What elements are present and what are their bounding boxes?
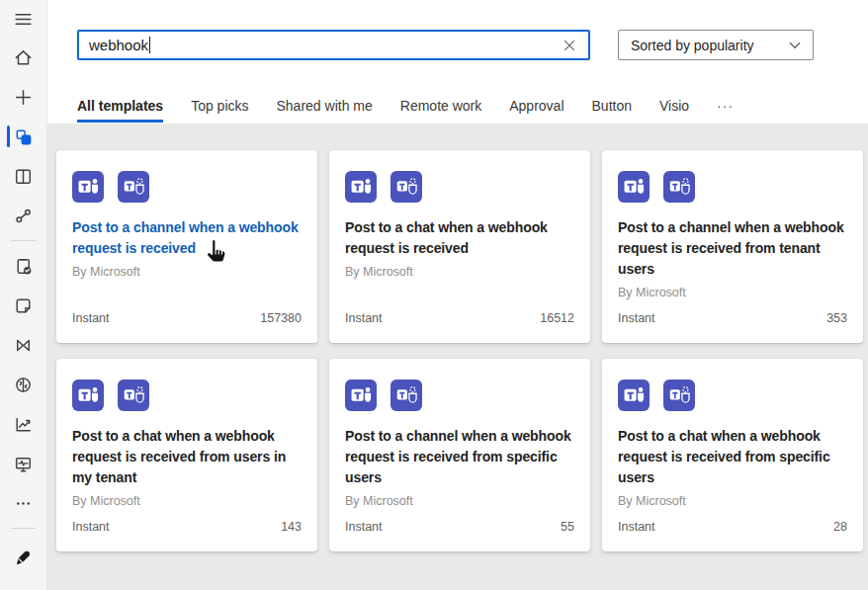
header: webhook Sorted by popularity All templat…: [47, 0, 868, 124]
tab-remote-work[interactable]: Remote work: [400, 98, 481, 123]
tab-all-templates[interactable]: All templates: [77, 98, 163, 123]
main-area: webhook Sorted by popularity All templat…: [47, 0, 868, 590]
card-usage-count: 28: [833, 520, 847, 534]
sidebar-item-plus[interactable]: [0, 77, 47, 117]
teams-person-icon: [118, 379, 149, 411]
card-author: By Microsoft: [618, 494, 847, 508]
tab-visio[interactable]: Visio: [659, 98, 689, 123]
teams-person-icon: [391, 171, 422, 203]
card-footer: Instant 143: [72, 520, 302, 536]
card-trigger-type: Instant: [345, 311, 383, 325]
card-trigger-type: Instant: [618, 311, 655, 325]
sidebar-item-desktop-flow[interactable]: [0, 444, 47, 483]
sort-dropdown[interactable]: Sorted by popularity: [618, 30, 814, 60]
card-author: By Microsoft: [345, 494, 574, 508]
sidebar-divider: [11, 528, 37, 529]
analytics-chart-icon: [13, 414, 34, 435]
home-icon: [13, 47, 34, 68]
text-caret: [149, 37, 150, 53]
sidebar-item-ai-builder[interactable]: [0, 365, 47, 404]
card-usage-count: 16512: [540, 311, 574, 325]
card-title[interactable]: Post to a chat when a webhook request is…: [618, 426, 847, 488]
search-value: webhook: [89, 37, 148, 53]
card-footer: Instant 55: [345, 520, 574, 536]
book-icon: [13, 166, 34, 187]
teams-person-icon: [391, 379, 422, 411]
tabs-overflow[interactable]: ···: [717, 98, 734, 123]
sort-value: Sorted by popularity: [631, 38, 754, 53]
card-trigger-type: Instant: [618, 520, 655, 534]
ai-builder-icon: [13, 375, 34, 395]
card-title[interactable]: Post to a channel when a webhook request…: [72, 217, 302, 259]
card-title[interactable]: Post to a channel when a webhook request…: [618, 217, 847, 280]
tab-button[interactable]: Button: [592, 98, 632, 123]
teams-icon: [345, 379, 377, 411]
sidebar: [0, 0, 47, 590]
plus-icon: [13, 87, 34, 108]
card-connector-icons: [345, 379, 574, 411]
template-card[interactable]: Post to a chat when a webhook request is…: [56, 359, 317, 551]
card-connector-icons: [345, 171, 574, 203]
sidebar-item-templates[interactable]: [0, 117, 47, 156]
close-icon[interactable]: [561, 37, 578, 54]
card-usage-count: 143: [281, 520, 302, 534]
tab-approval[interactable]: Approval: [509, 98, 564, 123]
card-usage-count: 55: [561, 520, 574, 534]
clipboard-check-icon: [13, 256, 34, 277]
card-footer: Instant 16512: [345, 311, 574, 327]
card-title[interactable]: Post to a channel when a webhook request…: [345, 426, 574, 488]
card-author: By Microsoft: [618, 286, 847, 299]
card-trigger-type: Instant: [345, 520, 383, 534]
card-usage-count: 353: [826, 311, 847, 325]
teams-icon: [72, 171, 104, 203]
template-card[interactable]: Post to a chat when a webhook request is…: [602, 359, 863, 551]
more-ellipsis-icon: [13, 493, 34, 514]
tab-shared-with-me[interactable]: Shared with me: [277, 98, 373, 123]
connectors-icon: [13, 206, 34, 226]
hamburger-menu-icon: [13, 9, 34, 30]
card-footer: Instant 353: [618, 311, 847, 327]
teams-person-icon: [663, 379, 695, 411]
card-author: By Microsoft: [72, 265, 302, 279]
sidebar-item-book[interactable]: [0, 156, 47, 196]
teams-icon: [618, 379, 650, 411]
card-usage-count: 157380: [260, 311, 302, 325]
card-footer: Instant 157380: [72, 311, 302, 327]
card-author: By Microsoft: [345, 265, 574, 279]
content-area: Post to a channel when a webhook request…: [47, 124, 868, 590]
template-card[interactable]: Post to a channel when a webhook request…: [56, 150, 317, 343]
teams-icon: [345, 171, 377, 203]
tab-top-picks[interactable]: Top picks: [191, 98, 248, 123]
sidebar-item-analytics-chart[interactable]: [0, 404, 47, 444]
sidebar-item-hamburger-menu[interactable]: [0, 0, 47, 38]
card-trigger-type: Instant: [72, 311, 110, 325]
card-footer: Instant 28: [618, 520, 847, 536]
template-card[interactable]: Post to a channel when a webhook request…: [329, 359, 590, 551]
sidebar-item-clipboard-check[interactable]: [0, 246, 47, 286]
card-title[interactable]: Post to a chat when a webhook request is…: [72, 426, 302, 488]
card-connector-icons: [618, 171, 847, 203]
sidebar-item-solutions[interactable]: [0, 286, 47, 325]
sidebar-item-more-ellipsis[interactable]: [0, 483, 47, 523]
sidebar-item-pen[interactable]: [0, 537, 47, 576]
card-connector-icons: [618, 379, 847, 411]
solutions-icon: [13, 295, 34, 316]
tabs: All templatesTop picksShared with meRemo…: [77, 98, 868, 123]
search-input[interactable]: webhook: [77, 30, 590, 60]
card-connector-icons: [72, 379, 302, 411]
template-grid: Post to a channel when a webhook request…: [47, 124, 868, 551]
card-title[interactable]: Post to a chat when a webhook request is…: [345, 217, 574, 259]
sidebar-divider: [11, 240, 37, 241]
teams-person-icon: [663, 171, 695, 203]
card-connector-icons: [72, 171, 302, 203]
template-card[interactable]: Post to a chat when a webhook request is…: [329, 150, 590, 343]
templates-icon: [13, 126, 34, 147]
sidebar-item-process-mining[interactable]: [0, 325, 47, 365]
template-card[interactable]: Post to a channel when a webhook request…: [602, 150, 863, 343]
desktop-flow-icon: [13, 454, 34, 474]
process-mining-icon: [13, 335, 34, 356]
chevron-down-icon: [789, 42, 801, 49]
sidebar-item-home[interactable]: [0, 38, 47, 77]
sidebar-item-connectors[interactable]: [0, 196, 47, 235]
teams-icon: [618, 171, 650, 203]
